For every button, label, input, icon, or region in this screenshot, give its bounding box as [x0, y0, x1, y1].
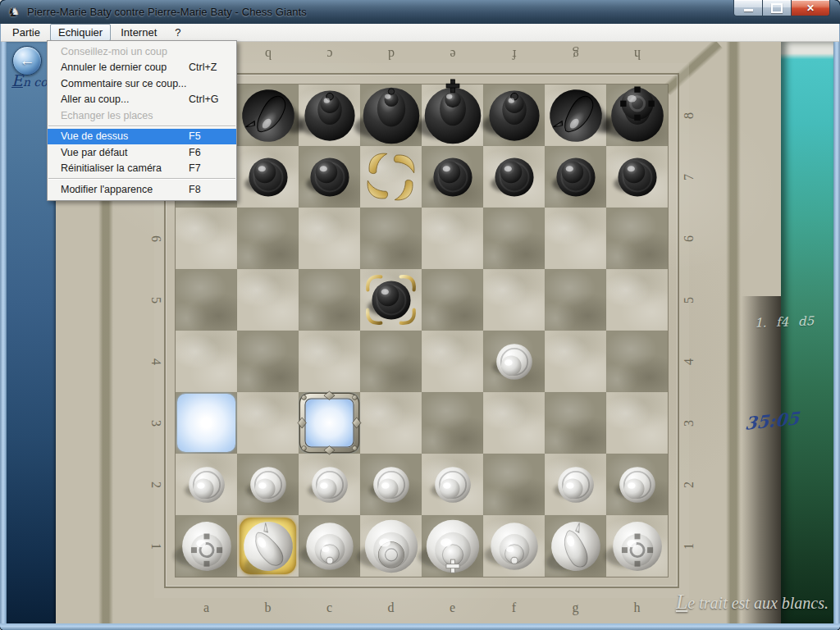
rank-label-right-1: 1 — [680, 537, 698, 555]
menu-item-shortcut: Ctrl+G — [189, 94, 226, 105]
menu-item-3[interactable]: Aller au coup...Ctrl+G — [48, 92, 236, 108]
piece-black-pawn-b7[interactable] — [235, 144, 302, 211]
piece-white-pawn-b2[interactable] — [237, 454, 299, 516]
file-label-bottom-b: b — [259, 599, 277, 617]
square-d4[interactable] — [360, 331, 422, 392]
square-a5[interactable] — [176, 269, 237, 331]
file-label-top-b: b — [259, 45, 277, 63]
square-e6[interactable] — [422, 208, 483, 269]
piece-black-pawn-e7[interactable] — [419, 144, 486, 211]
rank-label-left-5: 5 — [147, 291, 165, 309]
square-h3[interactable] — [606, 392, 668, 454]
piece-black-pawn-h7[interactable] — [604, 144, 671, 211]
titlebar[interactable]: ♞♞ Pierre-Marie Baty contre Pierre-Marie… — [0, 0, 840, 24]
close-button[interactable]: ✕ — [792, 0, 830, 16]
square-g4[interactable] — [545, 331, 606, 392]
piece-white-pawn-d2[interactable] — [360, 454, 422, 516]
piece-black-pawn-d5[interactable] — [358, 267, 425, 334]
square-e5[interactable] — [422, 269, 483, 331]
rank-label-right-8: 8 — [680, 107, 698, 125]
file-label-bottom-f: f — [505, 599, 523, 617]
square-c4[interactable] — [299, 331, 360, 392]
menu-item-label: Modifier l'apparence — [61, 184, 153, 195]
rank-label-left-4: 4 — [147, 353, 165, 371]
menu-item-shortcut: F8 — [189, 184, 226, 195]
piece-white-pawn-g2[interactable] — [545, 454, 607, 516]
square-f2[interactable] — [483, 454, 545, 515]
minimize-button[interactable] — [733, 0, 763, 16]
square-b4[interactable] — [237, 331, 299, 392]
menubar-item-?[interactable]: ? — [167, 24, 189, 41]
menu-item-4: Echanger les places — [48, 107, 236, 124]
menubar-item-internet[interactable]: Internet — [112, 24, 165, 41]
piece-white-rook-h1[interactable] — [600, 509, 675, 584]
square-f5[interactable] — [483, 269, 545, 331]
menu-item-label: Vue de dessus — [61, 130, 128, 142]
square-d6[interactable] — [360, 208, 422, 269]
menu-item-label: Réinitialiser la caméra — [61, 162, 162, 174]
menu-item-10[interactable]: Modifier l'apparenceF8 — [48, 181, 236, 198]
menu-item-label: Conseillez-moi un coup — [61, 46, 167, 57]
square-h5[interactable] — [606, 269, 668, 331]
menu-item-7[interactable]: Vue par défautF6 — [48, 144, 236, 161]
file-label-top-f: f — [505, 45, 523, 63]
menu-item-shortcut: Ctrl+Z — [189, 62, 226, 73]
piece-white-pawn-e2[interactable] — [422, 454, 484, 516]
menu-item-label: Aller au coup... — [61, 94, 129, 105]
square-e4[interactable] — [422, 331, 483, 392]
piece-white-pawn-c2[interactable] — [299, 454, 361, 516]
menubar-item-echiquier[interactable]: Echiquier — [50, 24, 111, 41]
maximize-button[interactable] — [763, 0, 792, 16]
rank-label-left-3: 3 — [147, 414, 165, 432]
file-label-bottom-g: g — [567, 599, 585, 617]
square-e3[interactable] — [422, 392, 483, 454]
file-label-bottom-d: d — [382, 599, 400, 617]
window-border-right — [833, 24, 840, 630]
menu-separator — [48, 126, 235, 127]
hover-frame-c3 — [299, 392, 360, 454]
file-label-bottom-c: c — [321, 599, 339, 617]
move-list: 1. f4 d5 — [755, 313, 833, 330]
square-d3[interactable] — [360, 392, 422, 454]
rank-label-left-6: 6 — [147, 230, 165, 248]
menu-item-shortcut: F6 — [189, 147, 226, 158]
menu-item-8[interactable]: Réinitialiser la caméraF7 — [48, 161, 236, 177]
square-b6[interactable] — [237, 208, 299, 269]
piece-black-pawn-f7[interactable] — [481, 144, 548, 211]
file-label-top-d: d — [382, 45, 400, 63]
square-a6[interactable] — [176, 208, 237, 269]
app-window: ♞♞ Pierre-Marie Baty contre Pierre-Marie… — [0, 0, 840, 630]
piece-black-pawn-c7[interactable] — [296, 144, 363, 211]
minimize-icon — [744, 9, 753, 11]
square-b5[interactable] — [237, 269, 299, 331]
square-g3[interactable] — [545, 392, 606, 454]
menu-item-6[interactable]: Vue de dessusF5 — [48, 129, 236, 145]
piece-black-pawn-g7[interactable] — [542, 144, 609, 211]
square-b3[interactable] — [237, 392, 299, 454]
square-h4[interactable] — [606, 331, 668, 392]
menu-item-0: Conseillez-moi un coup — [48, 43, 236, 60]
turn-status: Le trait est aux blancs. — [638, 590, 829, 614]
file-label-top-g: g — [567, 45, 585, 63]
file-label-bottom-a: a — [198, 599, 216, 617]
square-f3[interactable] — [483, 392, 545, 454]
square-c6[interactable] — [299, 208, 360, 269]
square-c5[interactable] — [299, 269, 360, 331]
piece-white-pawn-f4[interactable] — [483, 331, 546, 393]
app-icon-chess-knights: ♞♞ — [7, 5, 22, 20]
square-h6[interactable] — [606, 208, 668, 269]
square-g5[interactable] — [545, 269, 606, 331]
square-g6[interactable] — [545, 208, 606, 269]
rank-label-right-3: 3 — [680, 414, 698, 432]
rank-label-left-2: 2 — [147, 476, 165, 494]
file-label-top-c: c — [321, 45, 339, 63]
piece-white-pawn-h2[interactable] — [606, 454, 669, 516]
menu-item-2[interactable]: Commentaire sur ce coup... — [48, 75, 236, 92]
file-label-top-h: h — [628, 45, 646, 63]
square-f6[interactable] — [483, 208, 545, 269]
menu-item-1[interactable]: Annuler le dernier coupCtrl+Z — [48, 60, 236, 76]
square-a4[interactable] — [176, 331, 237, 392]
back-arrow-icon: ← — [20, 48, 35, 73]
menubar-item-partie[interactable]: Partie — [4, 24, 48, 41]
piece-white-pawn-a2[interactable] — [176, 454, 238, 516]
